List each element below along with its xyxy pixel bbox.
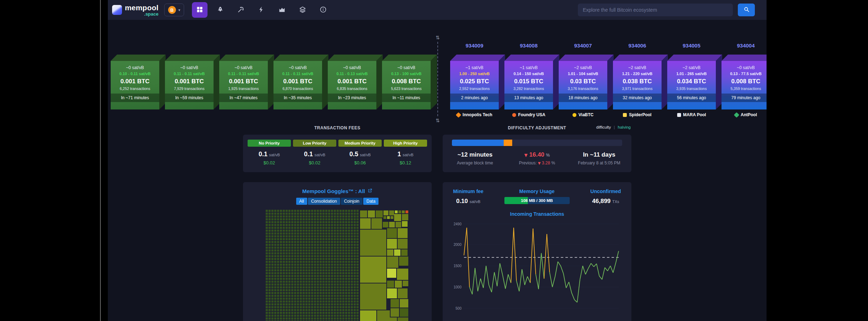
tx-cell[interactable] xyxy=(339,298,342,300)
tx-cell[interactable] xyxy=(403,281,408,286)
tx-cell[interactable] xyxy=(314,261,316,263)
tx-cell[interactable] xyxy=(266,232,268,235)
tx-cell[interactable] xyxy=(356,213,359,215)
tx-cell[interactable] xyxy=(314,255,316,257)
tx-cell[interactable] xyxy=(277,238,279,240)
tx-cell[interactable] xyxy=(300,289,302,291)
tx-cell[interactable] xyxy=(308,215,310,218)
tx-cell[interactable] xyxy=(266,218,268,220)
tx-cell[interactable] xyxy=(297,213,299,215)
tx-cell[interactable] xyxy=(325,295,327,297)
tx-cell[interactable] xyxy=(303,247,305,249)
tx-cell[interactable] xyxy=(322,306,325,308)
tx-cell[interactable] xyxy=(305,210,308,212)
tx-cell[interactable] xyxy=(328,230,330,232)
tx-cell[interactable] xyxy=(334,221,336,223)
tx-cell[interactable] xyxy=(351,255,353,257)
tx-cell[interactable] xyxy=(398,317,408,321)
tx-cell[interactable] xyxy=(320,221,322,223)
tx-cell[interactable] xyxy=(342,266,344,269)
tx-cell[interactable] xyxy=(356,232,359,235)
tx-cell[interactable] xyxy=(303,238,305,240)
tx-cell[interactable] xyxy=(269,241,271,243)
tx-cell[interactable] xyxy=(280,218,282,220)
tx-cell[interactable] xyxy=(331,261,333,263)
tx-cell[interactable] xyxy=(351,295,353,297)
tx-cell[interactable] xyxy=(322,295,325,297)
tx-cell[interactable] xyxy=(337,221,339,223)
tx-cell[interactable] xyxy=(288,218,291,220)
tx-cell[interactable] xyxy=(339,292,342,294)
tx-cell[interactable] xyxy=(294,210,296,212)
tx-cell[interactable] xyxy=(280,258,282,260)
tx-cell[interactable] xyxy=(337,235,339,237)
tx-cell[interactable] xyxy=(348,241,350,243)
tx-cell[interactable] xyxy=(300,247,302,249)
tx-cell[interactable] xyxy=(294,303,296,305)
tx-cell[interactable] xyxy=(334,227,336,229)
tx-cell[interactable] xyxy=(277,244,279,246)
tx-cell[interactable] xyxy=(337,264,339,266)
tx-cell[interactable] xyxy=(317,264,319,266)
tx-cell[interactable] xyxy=(297,275,299,277)
tx-cell[interactable] xyxy=(317,215,319,218)
tx-cell[interactable] xyxy=(331,227,333,229)
tx-cell[interactable] xyxy=(337,272,339,274)
tx-cell[interactable] xyxy=(291,224,293,226)
tx-cell[interactable] xyxy=(283,298,285,300)
tx-cell[interactable] xyxy=(283,289,285,291)
tx-cell[interactable] xyxy=(311,303,313,305)
tx-cell[interactable] xyxy=(389,222,395,227)
tx-cell[interactable] xyxy=(399,257,408,266)
tx-cell[interactable] xyxy=(305,224,308,226)
tx-cell[interactable] xyxy=(291,303,293,305)
tx-cell[interactable] xyxy=(311,258,313,260)
tx-cell[interactable] xyxy=(328,252,330,254)
tx-cell[interactable] xyxy=(283,283,285,286)
tx-cell[interactable] xyxy=(288,255,291,257)
tx-cell[interactable] xyxy=(325,224,327,226)
tx-cell[interactable] xyxy=(345,238,347,240)
tx-cell[interactable] xyxy=(274,312,276,314)
tx-cell[interactable] xyxy=(320,264,322,266)
tx-cell[interactable] xyxy=(283,300,285,303)
tx-cell[interactable] xyxy=(283,232,285,235)
tx-cell[interactable] xyxy=(339,309,342,311)
tx-cell[interactable] xyxy=(308,249,310,252)
tx-cell[interactable] xyxy=(322,227,325,229)
tx-cell[interactable] xyxy=(280,303,282,305)
tx-cell[interactable] xyxy=(317,292,319,294)
tx-cell[interactable] xyxy=(354,306,356,308)
tx-cell[interactable] xyxy=(297,249,299,252)
tx-cell[interactable] xyxy=(286,252,288,254)
tx-cell[interactable] xyxy=(283,227,285,229)
tx-cell[interactable] xyxy=(280,312,282,314)
tx-cell[interactable] xyxy=(280,283,282,286)
tx-cell[interactable] xyxy=(286,213,288,215)
tx-cell[interactable] xyxy=(283,249,285,252)
tx-cell[interactable] xyxy=(328,244,330,246)
tx-cell[interactable] xyxy=(348,218,350,220)
tx-cell[interactable] xyxy=(325,303,327,305)
tx-cell[interactable] xyxy=(348,309,350,311)
mined-block[interactable]: 934004 ~0 sat/vB 0.13 - 77.5 sat/vB 0.00… xyxy=(722,61,767,117)
tx-cell[interactable] xyxy=(317,210,319,212)
tx-cell[interactable] xyxy=(334,306,336,308)
tx-cell[interactable] xyxy=(337,230,339,232)
search-input[interactable] xyxy=(578,4,733,16)
tx-cell[interactable] xyxy=(294,258,296,260)
tx-cell[interactable] xyxy=(266,238,268,240)
tx-cell[interactable] xyxy=(286,269,288,271)
tx-cell[interactable] xyxy=(339,238,342,240)
tx-cell[interactable] xyxy=(334,283,336,286)
tx-cell[interactable] xyxy=(308,241,310,243)
tx-cell[interactable] xyxy=(334,264,336,266)
tx-cell[interactable] xyxy=(277,213,279,215)
tx-cell[interactable] xyxy=(342,238,344,240)
tx-cell[interactable] xyxy=(351,244,353,246)
tx-cell[interactable] xyxy=(356,249,359,252)
tx-cell[interactable] xyxy=(274,286,276,288)
tx-cell[interactable] xyxy=(348,230,350,232)
tx-cell[interactable] xyxy=(354,317,356,320)
tx-cell[interactable] xyxy=(274,249,276,252)
